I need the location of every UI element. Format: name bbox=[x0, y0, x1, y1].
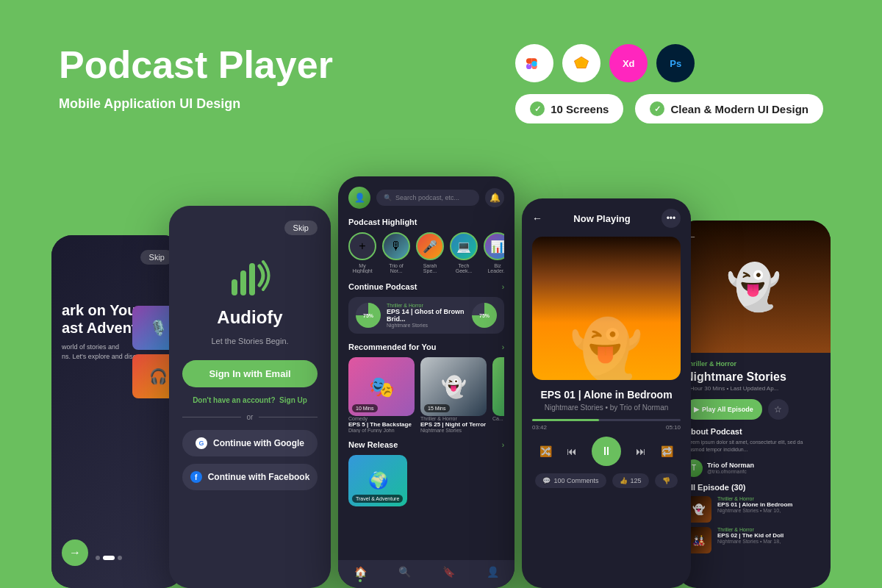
skip-button-2[interactable]: Skip bbox=[284, 220, 318, 235]
repeat-button[interactable]: 🔁 bbox=[661, 445, 673, 457]
progress-fill bbox=[532, 419, 599, 421]
rec-title-2: EPS 25 | Night of Terror bbox=[420, 421, 487, 428]
page-subtitle: Mobile Application UI Design bbox=[59, 96, 368, 112]
about-text: Lorem ipsum dolor sit amet, consectetur … bbox=[685, 439, 822, 453]
shuffle-button[interactable]: 🔀 bbox=[539, 445, 552, 457]
back-button[interactable]: ← bbox=[532, 212, 542, 224]
pagination-dots bbox=[96, 556, 122, 560]
album-art: 👻 bbox=[532, 237, 681, 380]
user-avatar[interactable]: 👤 bbox=[348, 187, 370, 209]
highlight-item-3[interactable]: 💻 Tech Geek... bbox=[450, 232, 478, 273]
ep-title-1: EPS 01 | Alone in Bedroom bbox=[717, 501, 822, 508]
signin-email-button[interactable]: Sign In with Email bbox=[182, 360, 318, 387]
now-playing-header: ← Now Playing ••• bbox=[532, 209, 681, 228]
about-title: About Podcast bbox=[685, 427, 822, 436]
rec-duration-1: 10 Mins bbox=[352, 404, 378, 412]
rec-img-3: 🎵 bbox=[492, 357, 504, 416]
home-header: 👤 🔍 Search podcast, etc... 🔔 bbox=[348, 187, 504, 209]
nav-profile[interactable]: 👤 bbox=[487, 566, 499, 582]
progress-track bbox=[532, 419, 681, 421]
facebook-signin-button[interactable]: f Continue with Facebook bbox=[182, 464, 318, 490]
favorite-button[interactable]: ☆ bbox=[768, 399, 789, 420]
likes-badge[interactable]: 👍 125 bbox=[612, 473, 649, 488]
ep-meta-2: Nightmare Stories • Mar 18, bbox=[717, 539, 822, 544]
new-release-header: New Release › bbox=[348, 440, 504, 449]
nav-bookmark[interactable]: 🔖 bbox=[442, 566, 455, 582]
rec-card-1[interactable]: 🎭 10 Mins Comedy EPS 5 | The Backstage D… bbox=[348, 357, 415, 433]
dot-1 bbox=[96, 556, 100, 560]
episode-item-2[interactable]: 🎎 Thriller & Horror EPS 02 | The Kid of … bbox=[685, 527, 822, 553]
phone-onboarding: Skip ark on Your ast Adventure world of … bbox=[51, 235, 184, 588]
play-pause-button[interactable]: ⏸ bbox=[592, 437, 621, 466]
google-signin-button[interactable]: G Continue with Google bbox=[182, 430, 318, 456]
author-row: T Trio of Norman @trio.ofnormanfc bbox=[685, 459, 822, 477]
recommended-chevron[interactable]: › bbox=[502, 343, 504, 351]
badges-row: ✓ 10 Screens ✓ Clean & Modern UI Design bbox=[515, 94, 823, 123]
podcast-info: Thriller & Horror EPS 14 | Ghost of Brow… bbox=[387, 303, 466, 328]
google-icon: G bbox=[196, 437, 207, 449]
app-name: Audiofy bbox=[217, 307, 282, 328]
episode-item-1[interactable]: 👻 Thriller & Horror EPS 01 | Alone in Be… bbox=[685, 496, 822, 523]
podcast-genre: Thriller & Horror bbox=[387, 303, 466, 308]
nav-search[interactable]: 🔍 bbox=[398, 566, 411, 582]
highlight-item-2[interactable]: 🎤 Sarah Spe... bbox=[416, 232, 444, 273]
app-logo bbox=[224, 250, 276, 301]
dot-2 bbox=[103, 556, 115, 560]
comments-count: 100 Comments bbox=[553, 477, 598, 484]
new-release-row: 🌍 Travel & Adventure bbox=[348, 455, 504, 506]
new-release-chevron[interactable]: › bbox=[502, 441, 504, 449]
time-total: 05:10 bbox=[666, 424, 681, 431]
highlight-item-1[interactable]: 🎙 Trio of Nor... bbox=[382, 232, 410, 273]
design-badge: ✓ Clean & Modern UI Design bbox=[635, 94, 823, 123]
highlight-add-item[interactable]: + My Highlight bbox=[348, 232, 376, 273]
continue-podcast-card[interactable]: 75% Thriller & Horror EPS 14 | Ghost of … bbox=[348, 297, 504, 334]
likes-count: 125 bbox=[631, 477, 642, 484]
add-highlight-label: My Highlight bbox=[348, 263, 376, 273]
svg-rect-6 bbox=[240, 270, 246, 295]
author-info: Trio of Norman @trio.ofnormanfc bbox=[707, 462, 822, 474]
search-bar[interactable]: 🔍 Search podcast, etc... bbox=[376, 190, 479, 206]
phone-home: 👤 🔍 Search podcast, etc... 🔔 Podcast Hig… bbox=[338, 176, 514, 588]
notification-button[interactable]: 🔔 bbox=[485, 188, 504, 207]
highlights-section-header: Podcast Highlight bbox=[348, 218, 504, 226]
highlight-item-4[interactable]: 📊 Biz Leader... bbox=[484, 232, 504, 273]
facebook-icon: f bbox=[190, 471, 202, 483]
recommended-grid: 🎭 10 Mins Comedy EPS 5 | The Backstage D… bbox=[348, 357, 504, 433]
screens-badge: ✓ 10 Screens bbox=[515, 94, 623, 123]
progress-bar[interactable]: 03:42 05:10 bbox=[532, 419, 681, 431]
dislike-badge[interactable]: 👎 bbox=[655, 473, 678, 488]
highlight-circle-4: 📊 bbox=[484, 232, 504, 260]
rec-duration-2: 15 Mins bbox=[424, 404, 450, 412]
rec-card-2[interactable]: 👻 15 Mins Thriller & Horror EPS 25 | Nig… bbox=[420, 357, 487, 433]
continue-chevron[interactable]: › bbox=[502, 283, 504, 291]
progress-times: 03:42 05:10 bbox=[532, 424, 681, 431]
more-options-button[interactable]: ••• bbox=[662, 209, 681, 228]
episode-series: Nightmare Stories • by Trio of Norman bbox=[532, 404, 681, 412]
phone-signin: Skip Audiofy Let the Stories Begin. Sign… bbox=[169, 206, 331, 588]
detail-header-image: ← 👻 bbox=[676, 220, 831, 353]
divider-line-left bbox=[182, 417, 241, 417]
rec-card-img-1: 🎭 10 Mins bbox=[348, 357, 415, 416]
phones-container: Skip ark on Your ast Adventure world of … bbox=[0, 176, 882, 588]
play-all-button[interactable]: ▶ Play All Episode bbox=[685, 399, 762, 420]
phone-now-playing: ← Now Playing ••• 👻 EPS 01 | Alone in Be… bbox=[522, 198, 691, 588]
now-playing-title: Now Playing bbox=[573, 213, 630, 224]
new-release-card[interactable]: 🌍 Travel & Adventure bbox=[348, 455, 407, 506]
recommended-title: Recommended for You bbox=[348, 343, 436, 351]
player-controls: 🔀 ⏮ ⏸ ⏭ 🔁 bbox=[532, 437, 681, 466]
nav-home[interactable]: 🏠 bbox=[354, 566, 367, 582]
ep-info-2: Thriller & Horror EPS 02 | The Kid of Do… bbox=[717, 527, 822, 544]
rewind-button[interactable]: ⏮ bbox=[567, 445, 577, 457]
action-row: ▶ Play All Episode ☆ bbox=[685, 399, 822, 420]
forward-button[interactable]: ⏭ bbox=[636, 445, 646, 457]
figma-icon bbox=[515, 44, 553, 82]
progress-circle: 75% bbox=[356, 303, 381, 328]
rec-card-3[interactable]: 🎵 Ca... bbox=[492, 357, 504, 433]
comments-badge[interactable]: 💬 100 Comments bbox=[535, 473, 606, 488]
next-button-1[interactable]: → bbox=[62, 539, 88, 566]
continue-title: Continue Podcast bbox=[348, 282, 417, 291]
rec-genre-3: Ca... bbox=[492, 416, 504, 421]
add-highlight-button[interactable]: + bbox=[348, 232, 376, 260]
dislike-icon: 👎 bbox=[662, 477, 670, 484]
or-label: or bbox=[247, 413, 254, 421]
